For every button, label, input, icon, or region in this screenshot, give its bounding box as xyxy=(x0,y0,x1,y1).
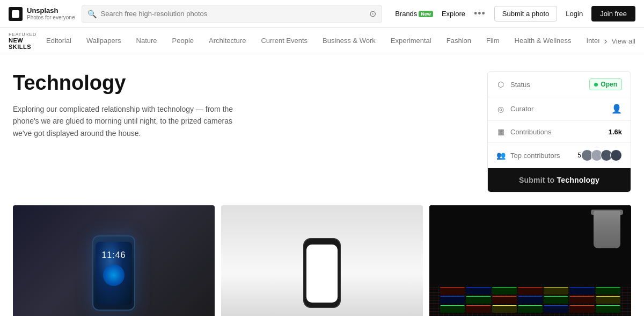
photo-card[interactable] xyxy=(429,205,631,316)
more-options-button[interactable]: ••• xyxy=(474,8,486,19)
search-input[interactable] xyxy=(101,10,365,18)
featured-label: FEATURED New Skills xyxy=(9,32,39,50)
avatars: 5 xyxy=(577,149,622,161)
logo-tagline: Photos for everyone xyxy=(27,15,75,21)
logo-icon xyxy=(9,7,23,21)
photo-content xyxy=(221,205,423,316)
new-badge: New xyxy=(419,11,433,17)
photo-card[interactable]: 11:46 xyxy=(13,205,215,316)
status-badge: Open xyxy=(589,78,622,90)
logo[interactable]: Unsplash Photos for everyone xyxy=(9,6,75,21)
photos-section: 11:46 xyxy=(0,205,644,316)
curator-avatar-icon: 👤 xyxy=(611,104,622,114)
main-header: Unsplash Photos for everyone 🔍 ⊙ Brands … xyxy=(0,0,644,28)
search-icon: 🔍 xyxy=(87,10,97,18)
page-title: Technology xyxy=(13,71,474,95)
category-item-architecture[interactable]: Architecture xyxy=(201,29,253,53)
status-label: Status xyxy=(510,81,584,89)
top-contributors-row: 👥 Top contributors 5 xyxy=(488,143,631,168)
logo-name: Unsplash xyxy=(27,6,75,15)
category-items: EditorialWallpapersNaturePeopleArchitect… xyxy=(39,29,599,53)
curator-row: ◎ Curator 👤 xyxy=(488,97,631,121)
search-bar[interactable]: 🔍 ⊙ xyxy=(82,5,382,23)
contributions-icon: ▦ xyxy=(496,127,505,136)
category-item-experimental[interactable]: Experimental xyxy=(383,29,439,53)
keyboard-keys xyxy=(440,287,620,316)
brands-link[interactable]: Brands New xyxy=(395,10,433,18)
explore-link[interactable]: Explore xyxy=(442,10,465,18)
info-card: ⬡ Status Open ◎ Curator 👤 ▦ Contribution… xyxy=(487,71,631,192)
contributions-value: 1.6k xyxy=(609,128,622,136)
submit-to-topic-button[interactable]: Submit to Technology xyxy=(488,168,631,192)
category-item-editorial[interactable]: Editorial xyxy=(39,29,79,53)
photos-grid: 11:46 xyxy=(13,205,631,316)
contributors-label: Top contributors xyxy=(510,152,572,160)
category-item-interiors[interactable]: Interiors xyxy=(579,29,600,53)
cup-shape xyxy=(594,211,620,248)
page-description: Exploring our complicated relationship w… xyxy=(13,103,238,139)
photo-content: 11:46 xyxy=(13,205,215,316)
status-icon: ⬡ xyxy=(496,80,505,89)
category-item-film[interactable]: Film xyxy=(479,29,507,53)
phone-white-screen xyxy=(306,245,338,303)
category-item-current-events[interactable]: Current Events xyxy=(253,29,315,53)
category-item-business-work[interactable]: Business & Work xyxy=(315,29,383,53)
login-button[interactable]: Login xyxy=(566,10,583,18)
contributions-row: ▦ Contributions 1.6k xyxy=(488,121,631,143)
phone-white-mockup xyxy=(303,238,341,308)
contributors-icon: 👥 xyxy=(496,151,505,160)
category-item-health-wellness[interactable]: Health & Wellness xyxy=(507,29,579,53)
phone-mockup: 11:46 xyxy=(92,235,135,311)
curator-label: Curator xyxy=(510,105,606,113)
camera-search-icon[interactable]: ⊙ xyxy=(369,9,376,19)
category-nav: FEATURED New Skills EditorialWallpapersN… xyxy=(0,28,644,54)
photo-card[interactable] xyxy=(221,205,423,316)
avatar-count: 5 xyxy=(577,152,581,159)
main-content: Technology Exploring our complicated rel… xyxy=(0,54,644,205)
submit-photo-button[interactable]: Submit a photo xyxy=(494,6,557,21)
photo-content xyxy=(429,205,631,316)
status-row: ⬡ Status Open xyxy=(488,72,631,97)
phone-screen: 11:46 xyxy=(96,242,132,305)
contributions-label: Contributions xyxy=(510,128,603,136)
avatar-4 xyxy=(610,149,622,161)
curator-icon: ◎ xyxy=(496,105,505,113)
category-item-fashion[interactable]: Fashion xyxy=(439,29,479,53)
status-dot xyxy=(594,83,598,87)
category-item-wallpapers[interactable]: Wallpapers xyxy=(79,29,129,53)
left-section: Technology Exploring our complicated rel… xyxy=(13,71,474,192)
category-item-nature[interactable]: Nature xyxy=(129,29,165,53)
category-item-people[interactable]: People xyxy=(165,29,201,53)
join-button[interactable]: Join free xyxy=(591,6,635,21)
category-more-icon[interactable]: › xyxy=(599,28,611,54)
header-nav: Brands New Explore ••• Submit a photo Lo… xyxy=(395,6,635,21)
view-all-link[interactable]: View all xyxy=(611,30,635,53)
